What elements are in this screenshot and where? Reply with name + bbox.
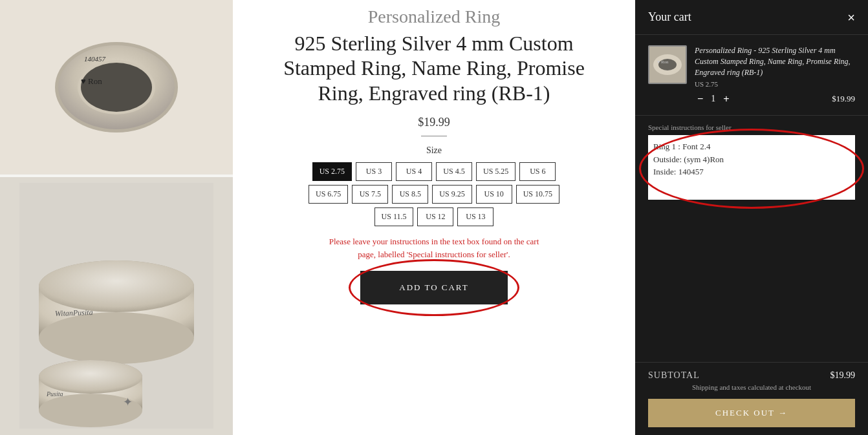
instructions-label: Special instructions for seller — [648, 123, 855, 131]
size-button-us11-5[interactable]: US 11.5 — [374, 207, 414, 226]
size-button-us13[interactable]: US 13 — [457, 207, 494, 226]
size-button-us2-75[interactable]: US 2.75 — [312, 162, 352, 181]
checkout-button[interactable]: CHECK OUT → — [648, 399, 855, 427]
cart-close-button[interactable]: × — [847, 11, 855, 24]
product-image-top: 140457 ♥ Ron — [0, 0, 233, 175]
svg-text:Pusita: Pusita — [46, 390, 63, 398]
instructions-section: Special instructions for seller — [635, 116, 868, 362]
instructions-box-wrapper — [648, 135, 855, 202]
product-title-partial: Personalized Ring — [368, 6, 501, 27]
cart-qty-row: − 1 + $19.99 — [695, 93, 855, 105]
cart-sidebar: Your cart × ♥ Ron Personalized Ring - 92… — [635, 0, 868, 435]
product-panel: Personalized Ring 925 Sterling Silver 4 … — [233, 0, 635, 435]
instructions-note: Please leave your instructions in the te… — [324, 235, 544, 260]
qty-control: − 1 + — [695, 93, 732, 105]
size-button-us10[interactable]: US 10 — [476, 185, 512, 204]
size-button-us10-75[interactable]: US 10.75 — [516, 185, 559, 204]
svg-text:♥ Ron: ♥ Ron — [657, 59, 669, 65]
size-grid: US 2.75 US 3 US 4 US 4.5 US 5.25 US 6 US… — [298, 162, 570, 226]
cart-item-details: Personalized Ring - 925 Sterling Silver … — [695, 45, 855, 105]
size-button-us8-5[interactable]: US 8.5 — [392, 185, 428, 204]
subtotal-label: SUBTOTAL — [648, 370, 700, 381]
add-to-cart-button[interactable]: ADD TO CART — [360, 271, 507, 304]
add-to-cart-wrapper: ADD TO CART — [360, 271, 507, 304]
product-price: $19.99 — [418, 116, 450, 129]
price-divider — [421, 136, 447, 136]
product-title: 925 Sterling Silver 4 mm Custom Stamped … — [259, 31, 609, 105]
svg-text:140457: 140457 — [84, 55, 106, 63]
size-button-us6-75[interactable]: US 6.75 — [309, 185, 348, 204]
subtotal-value: $19.99 — [830, 370, 856, 381]
size-button-us12[interactable]: US 12 — [417, 207, 453, 226]
svg-text:♥ Ron: ♥ Ron — [81, 76, 102, 86]
cart-item-price: $19.99 — [832, 94, 855, 104]
size-button-us3[interactable]: US 3 — [356, 162, 392, 181]
cart-title: Your cart — [648, 10, 691, 24]
size-button-us7-5[interactable]: US 7.5 — [352, 185, 388, 204]
cart-header: Your cart × — [635, 0, 868, 35]
svg-point-9 — [39, 312, 194, 364]
size-button-us6[interactable]: US 6 — [519, 162, 556, 181]
instructions-textarea[interactable] — [648, 135, 855, 200]
cart-item-name: Personalized Ring - 925 Sterling Silver … — [695, 45, 855, 78]
qty-value: 1 — [711, 94, 715, 104]
size-button-us4-5[interactable]: US 4.5 — [436, 162, 472, 181]
size-label: Size — [426, 145, 442, 156]
cart-footer: SUBTOTAL $19.99 Shipping and taxes calcu… — [635, 362, 868, 435]
cart-item-thumbnail: ♥ Ron — [648, 45, 687, 84]
size-button-us5-25[interactable]: US 5.25 — [476, 162, 515, 181]
subtotal-row: SUBTOTAL $19.99 — [648, 370, 855, 381]
svg-text:✦: ✦ — [123, 396, 133, 408]
cart-item: ♥ Ron Personalized Ring - 925 Sterling S… — [635, 35, 868, 116]
size-button-us4[interactable]: US 4 — [396, 162, 432, 181]
product-images: 140457 ♥ Ron — [0, 0, 233, 435]
qty-increase-button[interactable]: + — [721, 93, 732, 105]
svg-point-3 — [81, 63, 152, 112]
shipping-note: Shipping and taxes calculated at checkou… — [648, 383, 855, 391]
cart-item-variant: US 2.75 — [695, 80, 855, 88]
product-image-bottom: WitanPusita Pusita ✦ — [0, 177, 233, 435]
size-button-us9-25[interactable]: US 9.25 — [432, 185, 472, 204]
qty-decrease-button[interactable]: − — [695, 93, 706, 105]
svg-text:WitanPusita: WitanPusita — [55, 308, 93, 318]
svg-point-15 — [39, 360, 142, 394]
svg-point-10 — [39, 260, 194, 312]
